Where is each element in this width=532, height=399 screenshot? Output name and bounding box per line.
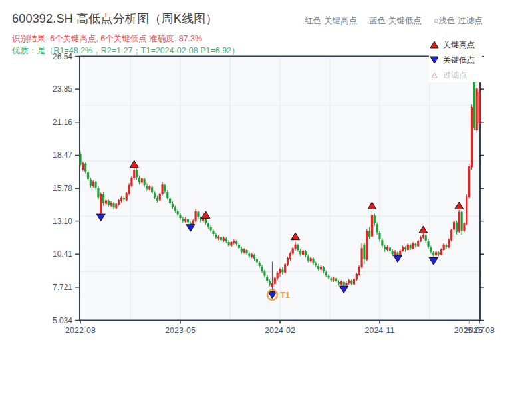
candle-body <box>84 164 86 172</box>
candle-body <box>263 271 265 275</box>
y-axis-tick-label: 7.721 <box>53 283 72 292</box>
x-axis-tick-label: 2023-05 <box>165 326 196 335</box>
y-axis-tick-label: 15.78 <box>53 184 72 193</box>
candle-body <box>302 251 304 255</box>
candle-body <box>374 215 376 223</box>
candle-body <box>310 258 312 261</box>
candle-body <box>323 267 325 271</box>
candle-body <box>279 269 281 273</box>
candle-body <box>407 245 409 250</box>
y-axis-tick-label: 21.16 <box>53 118 72 127</box>
candle-body <box>338 282 340 284</box>
candle-body <box>177 211 179 215</box>
triangle-down-icon <box>429 56 439 64</box>
candle-body <box>381 240 383 245</box>
legend-label: 关键高点 <box>443 39 475 51</box>
candle-body <box>327 276 329 278</box>
candle-body <box>256 259 258 263</box>
candle-body <box>92 182 94 186</box>
candle-body <box>473 76 475 128</box>
candle-body <box>297 245 299 250</box>
candle-body <box>305 251 307 255</box>
candle-body <box>141 178 143 182</box>
candle-body <box>414 244 416 246</box>
candle-body <box>182 219 184 221</box>
candle-body <box>277 273 279 278</box>
candle-body <box>460 212 462 231</box>
candle-body <box>368 231 370 237</box>
candle-body <box>192 221 194 225</box>
candle-body <box>466 197 467 225</box>
candle-body <box>440 249 442 255</box>
candle-body <box>112 203 114 207</box>
candle-body <box>430 247 432 251</box>
candle-body <box>274 278 276 284</box>
candle-body <box>205 219 207 223</box>
candle-body <box>146 186 148 189</box>
candle-body <box>456 222 458 232</box>
candle-body <box>174 207 176 211</box>
candle-body <box>289 253 291 259</box>
x-axis-tick-label: 2025-08 <box>464 326 495 335</box>
candle-body <box>463 223 465 231</box>
candle-body <box>335 278 337 281</box>
candle-body <box>148 186 150 190</box>
candle-body <box>476 88 478 130</box>
candle-body <box>453 222 455 230</box>
candle-body <box>345 283 347 285</box>
candle-body <box>410 245 412 249</box>
candle-body <box>223 238 225 241</box>
candle-body <box>412 243 414 249</box>
candle-body <box>404 247 406 249</box>
candle-body <box>164 185 166 191</box>
candle-body <box>187 219 189 223</box>
candle-body <box>159 194 161 200</box>
candle-body <box>120 198 122 201</box>
candle-body <box>363 245 365 259</box>
candle-body <box>87 172 89 179</box>
candle-body <box>438 253 440 255</box>
candle-body <box>227 242 229 245</box>
triangle-up-icon <box>429 41 439 49</box>
candle-body <box>151 187 153 192</box>
candle-body <box>166 192 168 198</box>
candle-body <box>281 270 283 273</box>
candle-body <box>366 231 368 259</box>
x-axis-tick-label: 2024-02 <box>265 326 295 335</box>
candle-body <box>102 194 104 203</box>
y-axis-tick-label: 10.41 <box>53 249 72 259</box>
candle-body <box>212 231 214 234</box>
candle-body <box>251 254 253 257</box>
candle-body <box>235 241 237 244</box>
candle-body <box>292 248 294 253</box>
candle-body <box>356 274 358 279</box>
candle-body <box>325 272 327 275</box>
candle-body <box>450 230 452 241</box>
candle-body <box>169 198 171 203</box>
candle-body <box>184 219 186 222</box>
candle-body <box>443 245 445 250</box>
candle-body <box>330 278 332 280</box>
candle-body <box>471 107 473 167</box>
candle-body <box>420 237 422 241</box>
x-axis-tick-label: 2024-11 <box>365 326 395 335</box>
candle-body <box>94 182 96 188</box>
candle-body <box>197 212 199 217</box>
candle-body <box>389 247 391 251</box>
t1-label: T1 <box>280 291 290 300</box>
candle-body <box>266 277 268 281</box>
candle-body <box>376 224 378 232</box>
candle-body <box>468 166 470 198</box>
candle-body <box>317 266 319 269</box>
candle-body <box>360 248 362 267</box>
candle-body <box>238 245 240 249</box>
candle-body <box>343 282 345 285</box>
candle-body <box>332 278 334 281</box>
candle-body <box>233 241 235 243</box>
candle-body <box>358 267 360 275</box>
candle-body <box>378 233 380 239</box>
candle-body <box>417 241 419 246</box>
candle-body <box>105 200 107 204</box>
candle-body <box>350 281 352 284</box>
candle-body <box>478 92 480 123</box>
